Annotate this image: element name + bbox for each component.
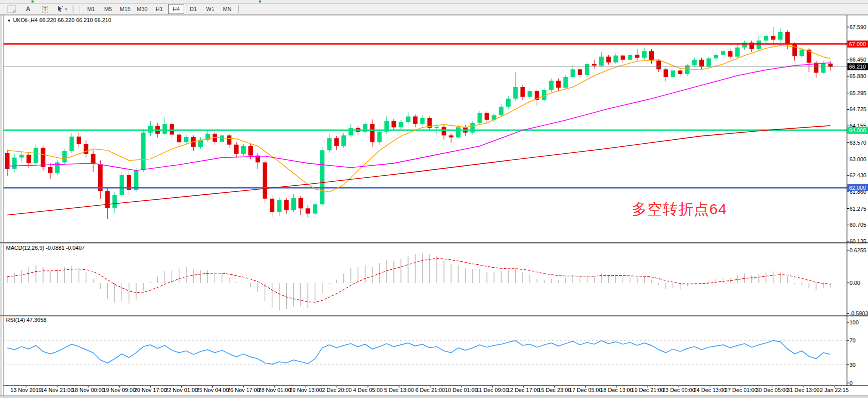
time-tick-label: 15 Dec 23:00 <box>538 387 571 393</box>
candle-body <box>549 81 554 90</box>
time-tick-label: 2 Jan 22:15 <box>820 387 849 393</box>
candle-body <box>184 137 189 142</box>
candle-body <box>792 45 797 56</box>
candle-body <box>485 113 489 120</box>
candle-body <box>599 57 604 66</box>
candle-body <box>442 127 446 135</box>
candle-body <box>778 32 782 40</box>
rsi-level-label: 70 <box>849 337 855 343</box>
time-tick-label: 5 Dec 13:00 <box>384 387 414 393</box>
candle-body <box>499 107 504 115</box>
candle-body <box>413 117 417 124</box>
time-tick-label: 13 Nov 2019 <box>11 387 42 393</box>
candle-body <box>735 48 740 57</box>
chart-annotation-text: 多空转折点64 <box>632 199 727 220</box>
candle-body <box>227 135 231 144</box>
candle-body <box>148 126 153 132</box>
candle-body <box>234 145 239 154</box>
candle-body <box>578 69 582 75</box>
time-tick-label: 2 Dec 20:00 <box>322 387 351 393</box>
time-tick-label: 31 Dec 13:00 <box>787 387 819 393</box>
rsi-level-label: 0 <box>849 380 852 386</box>
time-tick-label: 19 Dec 21:00 <box>631 387 664 393</box>
time-tick-label: 6 Dec 21:00 <box>415 387 445 393</box>
macd-level-label: -0.5903 <box>849 310 868 316</box>
candle-body <box>334 138 339 146</box>
time-tick-label: 12 Dec 17:00 <box>507 387 540 393</box>
candle-body <box>5 153 10 169</box>
price-tick-label: 63.570 <box>849 140 866 146</box>
candle-body <box>828 64 833 67</box>
candle-body <box>270 199 274 212</box>
chart-legend: ▼UKOil-,H4 66.220 66.220 66.210 66.210 <box>7 17 111 23</box>
candle-body <box>320 150 324 204</box>
candle-body <box>284 200 289 210</box>
candle-body <box>105 191 110 208</box>
candle-body <box>241 146 246 154</box>
candle-body <box>635 55 639 58</box>
candle-body <box>513 87 518 99</box>
candle-body <box>391 121 396 128</box>
price-tick-label: 63.000 <box>849 156 866 162</box>
candle-body <box>141 133 146 170</box>
candle-body <box>757 41 761 49</box>
time-tick-label: 4 Dec 05:00 <box>353 387 382 393</box>
candle-body <box>506 99 511 107</box>
candle-body <box>528 91 532 97</box>
candle-body <box>456 127 461 137</box>
candle-body <box>585 64 589 75</box>
candle-body <box>678 71 682 74</box>
price-tick-label: 67.590 <box>849 24 866 30</box>
price-tick-label: 65.295 <box>849 90 866 96</box>
candle-body <box>614 56 618 63</box>
chart-canvas[interactable]: 67.59066.45065.88065.29564.72564.15563.5… <box>0 0 868 398</box>
candle-body <box>120 175 124 195</box>
time-tick-label: 24 Dec 13:00 <box>693 387 726 393</box>
candle-body <box>764 36 768 41</box>
candle-body <box>198 140 203 147</box>
rsi-line <box>8 340 831 364</box>
candle-body <box>628 55 632 60</box>
candle-body <box>77 137 81 144</box>
time-tick-label: 14 Nov 21:00 <box>41 387 73 393</box>
candle-body <box>721 51 725 55</box>
candle-body <box>27 155 31 163</box>
candle-body <box>70 137 74 151</box>
candle-body <box>370 124 374 142</box>
time-tick-label: 10 Dec 01:00 <box>445 387 478 393</box>
candle-body <box>277 200 281 212</box>
candle-body <box>699 60 704 66</box>
candle-body <box>649 51 654 61</box>
ma-mid-magenta <box>8 63 831 170</box>
candle-body <box>714 55 718 59</box>
time-tick-label: 11 Dec 09:00 <box>476 387 509 393</box>
time-tick-label: 29 Nov 13:00 <box>289 387 322 393</box>
candle-body <box>406 117 410 122</box>
candle-body <box>377 132 382 142</box>
candle-body <box>771 36 775 40</box>
time-tick-label: 28 Nov 01:00 <box>258 387 291 393</box>
time-tick-label: 22 Nov 01:00 <box>165 387 198 393</box>
chart-collapse-caret-icon[interactable]: ▼ <box>7 19 11 23</box>
candle-body <box>399 122 403 127</box>
candle-body <box>420 118 424 124</box>
time-tick-label: 17 Dec 05:00 <box>569 387 602 393</box>
ma-fast-orange <box>8 46 831 192</box>
chart-title-text: UKOil-,H4 66.220 66.220 66.210 66.210 <box>13 17 111 23</box>
candle-body <box>706 59 711 67</box>
candle-body <box>692 60 697 65</box>
time-tick-label: 26 Nov 17:00 <box>227 387 260 393</box>
candle-body <box>449 135 454 137</box>
price-tick-label: 64.725 <box>849 106 866 112</box>
rsi-indicator-label: RSI(14) 47.3658 <box>6 317 47 323</box>
candle-body <box>62 151 67 162</box>
rsi-level-label: 30 <box>849 362 855 368</box>
time-tick-label: 20 Nov 17:00 <box>134 387 167 393</box>
candle-body <box>263 162 267 198</box>
price-tick-label: 66.450 <box>849 57 866 63</box>
price-badge-label: 67.000 <box>849 41 866 47</box>
candle-body <box>656 61 661 69</box>
candle-body <box>478 113 482 123</box>
candle-body <box>163 124 167 134</box>
candle-body <box>785 32 790 45</box>
